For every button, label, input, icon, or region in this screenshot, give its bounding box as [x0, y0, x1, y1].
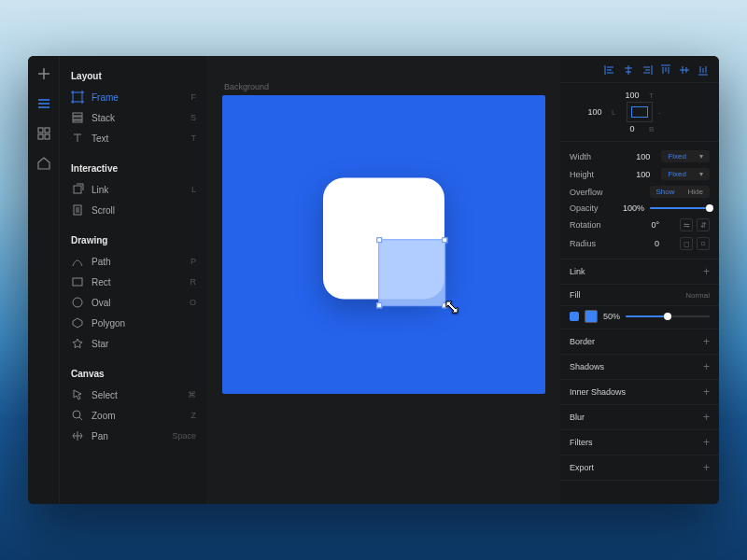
svg-point-11: [73, 298, 82, 307]
opacity-value[interactable]: 100%: [616, 203, 644, 213]
frame-icon: [71, 91, 84, 104]
resize-cursor-icon: [444, 299, 462, 321]
align-top-icon[interactable]: [659, 63, 672, 77]
scroll-icon: [71, 203, 84, 217]
rail-menu-icon[interactable]: [35, 95, 52, 112]
polygon-icon: [71, 316, 84, 329]
svg-rect-2: [38, 134, 43, 139]
prop-rotation: Rotation 0° ⇋⇵: [570, 216, 710, 234]
flip-v-icon[interactable]: ⇵: [697, 218, 710, 231]
align-center-v-icon[interactable]: [678, 63, 691, 77]
rail-home-icon[interactable]: [35, 155, 52, 172]
plus-icon[interactable]: +: [703, 436, 710, 449]
svg-rect-10: [73, 278, 82, 286]
section-fill[interactable]: FillNormal: [560, 285, 719, 306]
fill-entry: 50%: [560, 306, 719, 329]
svg-rect-0: [38, 128, 43, 133]
canvas-label: Background: [224, 82, 545, 91]
resize-handle-ne[interactable]: [442, 237, 447, 243]
tool-star[interactable]: Star: [67, 333, 200, 354]
plus-icon[interactable]: +: [703, 461, 710, 474]
zoom-icon: [71, 409, 84, 422]
radius-individual-icon[interactable]: ⌑: [697, 237, 710, 250]
tool-zoom[interactable]: Zoom Z: [67, 405, 200, 426]
section-filters[interactable]: Filters+: [560, 430, 719, 455]
align-center-h-icon[interactable]: [622, 63, 635, 77]
pan-icon: [71, 429, 84, 442]
tool-scroll[interactable]: Scroll: [67, 200, 200, 220]
height-value[interactable]: 100: [622, 170, 650, 179]
opacity-slider[interactable]: [650, 207, 710, 209]
pos-left-value[interactable]: 100: [584, 107, 606, 117]
canvas-area: Background: [207, 56, 560, 504]
text-icon: [71, 132, 84, 145]
overflow-toggle[interactable]: ShowHide: [650, 186, 710, 198]
tool-stack[interactable]: Stack S: [67, 107, 200, 128]
radius-all-icon[interactable]: ◻: [680, 237, 693, 250]
prop-width: Width 100 Fixed▾: [570, 147, 710, 165]
properties-group: Width 100 Fixed▾ Height 100 Fixed▾ Overf…: [560, 142, 719, 259]
rail-grid-icon[interactable]: [35, 125, 52, 142]
section-title-drawing: Drawing: [71, 235, 196, 245]
section-title-layout: Layout: [71, 71, 196, 81]
left-panel: Layout Frame F Stack S Text T Interactiv…: [60, 56, 207, 504]
fill-opacity-slider[interactable]: [626, 315, 710, 317]
tool-link[interactable]: Link L: [67, 179, 200, 200]
flip-h-icon[interactable]: ⇋: [680, 218, 693, 231]
width-mode-select[interactable]: Fixed▾: [661, 150, 710, 162]
resize-handle-nw[interactable]: [376, 237, 382, 243]
select-icon: [71, 388, 84, 401]
plus-icon[interactable]: +: [703, 385, 710, 399]
height-mode-select[interactable]: Fixed▾: [661, 168, 710, 180]
shape-selected-rect[interactable]: [378, 239, 445, 306]
svg-rect-7: [73, 120, 82, 122]
resize-handle-sw[interactable]: [376, 302, 382, 308]
align-bottom-icon[interactable]: [697, 63, 710, 77]
svg-rect-8: [74, 186, 81, 193]
stack-icon: [71, 111, 84, 124]
section-shadows[interactable]: Shadows+: [560, 355, 719, 380]
fill-opacity-value[interactable]: 50%: [603, 312, 620, 321]
inspector-panel: 100T 100L - 0B Width 100 Fixed▾ Height 1…: [560, 56, 719, 504]
section-inner-shadows[interactable]: Inner Shadows+: [560, 380, 719, 405]
radius-value[interactable]: 0: [631, 239, 659, 248]
path-icon: [71, 255, 84, 268]
prop-height: Height 100 Fixed▾: [570, 165, 710, 183]
tool-oval[interactable]: Oval O: [67, 292, 200, 313]
tool-rect[interactable]: Rect R: [67, 272, 200, 292]
rail-add-icon[interactable]: [35, 65, 52, 82]
plus-icon[interactable]: +: [703, 335, 710, 348]
tool-pan[interactable]: Pan Space: [67, 426, 200, 446]
star-icon: [71, 337, 84, 350]
position-box-icon[interactable]: [627, 102, 653, 122]
tool-frame[interactable]: Frame F: [67, 87, 200, 107]
section-title-interactive: Interactive: [71, 163, 196, 174]
section-border[interactable]: Border+: [560, 329, 719, 355]
app-window: Layout Frame F Stack S Text T Interactiv…: [28, 56, 719, 504]
fill-checkbox[interactable]: [570, 312, 579, 321]
tool-text[interactable]: Text T: [67, 128, 200, 148]
fill-swatch[interactable]: [585, 310, 598, 323]
align-right-icon[interactable]: [641, 63, 654, 77]
width-value[interactable]: 100: [622, 152, 650, 161]
section-link[interactable]: Link+: [560, 259, 719, 285]
align-left-icon[interactable]: [603, 63, 616, 77]
link-icon: [71, 183, 84, 196]
rotation-value[interactable]: 0°: [631, 220, 659, 230]
section-export[interactable]: Export+: [560, 455, 719, 481]
prop-overflow: Overflow ShowHide: [570, 183, 710, 201]
pos-bottom-value[interactable]: 0: [621, 124, 643, 133]
plus-icon[interactable]: +: [703, 360, 710, 373]
pos-top-value[interactable]: 100: [621, 91, 643, 100]
tool-select[interactable]: Select ⌘: [67, 385, 200, 405]
plus-icon[interactable]: +: [703, 411, 710, 424]
tool-polygon[interactable]: Polygon: [67, 313, 200, 333]
section-blur[interactable]: Blur+: [560, 405, 719, 430]
svg-rect-3: [45, 134, 49, 139]
canvas-background[interactable]: [222, 95, 545, 394]
section-title-canvas: Canvas: [71, 369, 196, 379]
tool-rail: [28, 56, 60, 504]
plus-icon[interactable]: +: [703, 265, 710, 278]
position-grid: 100T 100L - 0B: [560, 83, 719, 142]
tool-path[interactable]: Path P: [67, 251, 200, 272]
